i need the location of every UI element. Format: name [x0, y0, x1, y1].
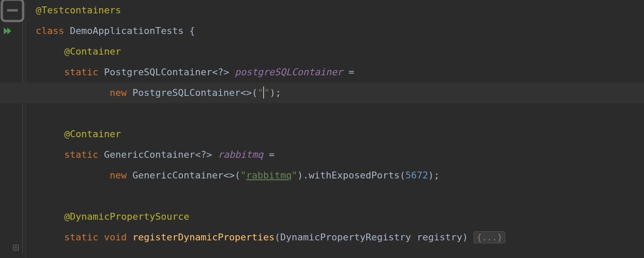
- annotation: @Container: [64, 46, 121, 57]
- method-call: withExposedPorts: [309, 170, 400, 181]
- field-name: postgreSQLContainer: [235, 67, 343, 77]
- fold-minus-icon[interactable]: [0, 0, 26, 21]
- code-line[interactable]: @Container: [30, 41, 644, 62]
- code-line[interactable]: @Testcontainers: [30, 0, 644, 21]
- paren: );: [270, 87, 281, 98]
- param-type: DynamicPropertyRegistry: [280, 232, 411, 243]
- keyword-new: new: [109, 87, 127, 98]
- paren: (: [275, 232, 280, 243]
- code-line[interactable]: @Container: [30, 124, 644, 144]
- annotation: @DynamicPropertySource: [64, 211, 189, 222]
- code-line-active[interactable]: new PostgreSQLContainer<>("");: [30, 83, 644, 103]
- keyword-void: void: [104, 232, 127, 243]
- method-name: registerDynamicProperties: [132, 232, 274, 243]
- code-line[interactable]: new GenericContainer<>("rabbitmq").withE…: [30, 165, 644, 186]
- folded-block[interactable]: {...}: [474, 231, 505, 243]
- string-quote: ": [292, 170, 297, 181]
- type-name: GenericContainer: [132, 170, 223, 181]
- paren: (: [252, 87, 258, 98]
- keyword-static: static: [64, 232, 98, 243]
- editor-gutter: [0, 0, 26, 258]
- fold-plus-icon[interactable]: [0, 237, 26, 258]
- code-line-blank[interactable]: [30, 103, 644, 124]
- code-editor[interactable]: @Testcontainers class DemoApplicationTes…: [26, 0, 644, 258]
- type-name: PostgreSQLContainer: [132, 87, 240, 98]
- paren: (: [400, 170, 405, 181]
- code-line[interactable]: static PostgreSQLContainer<?> postgreSQL…: [30, 62, 644, 83]
- eq: =: [263, 149, 275, 160]
- type-name: GenericContainer: [104, 149, 195, 160]
- string-quote: ": [264, 87, 270, 98]
- paren: ): [462, 232, 474, 243]
- keyword-static: static: [64, 67, 98, 77]
- code-line-blank[interactable]: [30, 186, 644, 206]
- string-literal: rabbitmq: [246, 170, 292, 181]
- generic: <?>: [195, 149, 212, 160]
- generic: <?>: [212, 67, 229, 77]
- code-line[interactable]: class DemoApplicationTests {: [30, 21, 644, 41]
- caret: [263, 86, 264, 98]
- keyword-class: class: [36, 25, 64, 36]
- keyword-static: static: [64, 149, 98, 160]
- annotation: @Container: [64, 129, 121, 139]
- paren: );: [428, 170, 440, 181]
- code-line[interactable]: @DynamicPropertySource: [30, 206, 644, 227]
- type-name: PostgreSQLContainer: [104, 67, 212, 77]
- brace: {: [184, 25, 195, 36]
- number-literal: 5672: [405, 170, 428, 181]
- run-test-icon[interactable]: [0, 21, 26, 41]
- field-name: rabbitmq: [218, 149, 263, 160]
- code-line[interactable]: static GenericContainer<?> rabbitmq =: [30, 144, 644, 165]
- annotation: @Testcontainers: [36, 5, 121, 15]
- generic: <>: [240, 87, 252, 98]
- param-name: registry: [417, 232, 462, 243]
- paren: (: [235, 170, 240, 181]
- class-name: DemoApplicationTests: [70, 25, 184, 36]
- keyword-new: new: [109, 170, 127, 181]
- string-quote: ": [240, 170, 246, 181]
- code-line[interactable]: static void registerDynamicProperties(Dy…: [30, 227, 644, 248]
- eq: =: [343, 67, 355, 77]
- string-quote: ": [258, 87, 263, 98]
- punct: ).: [298, 170, 309, 181]
- generic: <>: [223, 170, 235, 181]
